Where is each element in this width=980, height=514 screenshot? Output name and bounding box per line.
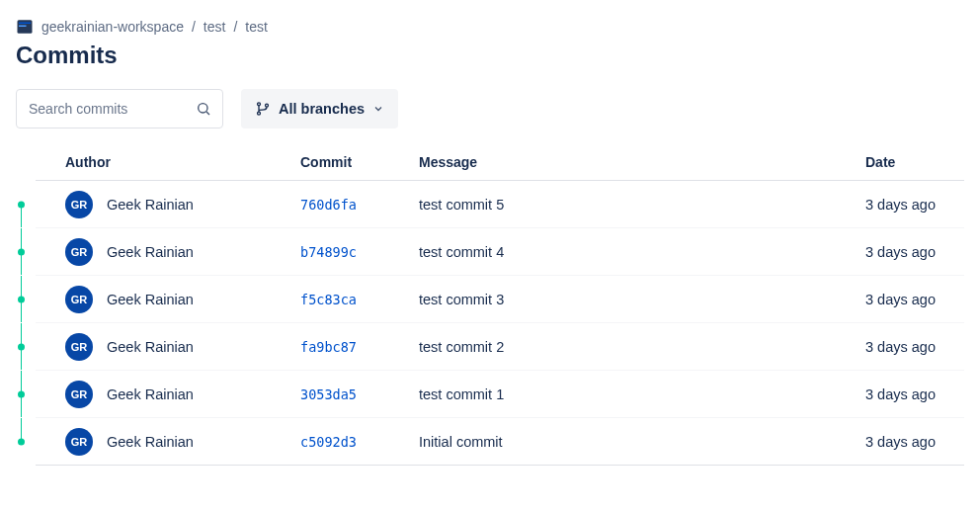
commit-date: 3 days ago bbox=[865, 197, 936, 213]
header-message: Message bbox=[419, 154, 865, 170]
cell-commit: 760d6fa bbox=[300, 197, 419, 213]
commit-message: test commit 3 bbox=[419, 292, 504, 307]
commit-date: 3 days ago bbox=[865, 292, 936, 307]
cell-commit: f5c83ca bbox=[300, 292, 419, 307]
author-name: Geek Rainian bbox=[107, 292, 194, 307]
commit-hash-link[interactable]: fa9bc87 bbox=[300, 339, 357, 355]
graph-line bbox=[21, 205, 22, 228]
search-wrap bbox=[16, 89, 223, 128]
commit-date: 3 days ago bbox=[865, 386, 936, 402]
controls-bar: All branches bbox=[16, 89, 964, 128]
cell-date: 3 days ago bbox=[865, 434, 964, 450]
graph-dot bbox=[18, 390, 25, 397]
table-row[interactable]: GRGeek Rainianf5c83catest commit 33 days… bbox=[36, 276, 964, 323]
workspace-icon bbox=[16, 18, 34, 36]
breadcrumb-sep: / bbox=[233, 19, 237, 35]
svg-rect-1 bbox=[19, 23, 31, 25]
chevron-down-icon bbox=[372, 103, 384, 115]
branch-selector-label: All branches bbox=[279, 101, 365, 117]
cell-message: test commit 4 bbox=[419, 244, 865, 260]
table-row[interactable]: GRGeek Rainian3053da5test commit 13 days… bbox=[36, 371, 964, 418]
commits-table: Author Commit Message Date GRGeek Rainia… bbox=[16, 154, 964, 466]
avatar[interactable]: GR bbox=[65, 286, 93, 313]
author-name: Geek Rainian bbox=[107, 339, 194, 355]
commit-message: test commit 2 bbox=[419, 339, 504, 355]
header-date: Date bbox=[865, 154, 964, 170]
cell-commit: c5092d3 bbox=[300, 434, 419, 450]
commit-message: test commit 4 bbox=[419, 244, 504, 260]
svg-point-6 bbox=[258, 112, 261, 115]
cell-author: GRGeek Rainian bbox=[36, 381, 300, 408]
cell-message: test commit 2 bbox=[419, 339, 865, 355]
avatar[interactable]: GR bbox=[65, 381, 93, 408]
svg-rect-2 bbox=[19, 26, 27, 28]
commit-hash-link[interactable]: f5c83ca bbox=[300, 292, 357, 307]
commit-hash-link[interactable]: 760d6fa bbox=[300, 197, 357, 213]
commit-message: Initial commit bbox=[419, 434, 503, 450]
table-row[interactable]: GRGeek Rainianc5092d3Initial commit3 day… bbox=[36, 418, 964, 466]
cell-author: GRGeek Rainian bbox=[36, 238, 300, 266]
breadcrumb-link-2[interactable]: test bbox=[245, 19, 268, 35]
breadcrumb-sep: / bbox=[192, 19, 196, 35]
author-name: Geek Rainian bbox=[107, 434, 194, 450]
graph-dot bbox=[18, 343, 25, 350]
cell-message: test commit 1 bbox=[419, 386, 865, 402]
page-title: Commits bbox=[16, 42, 964, 69]
cell-commit: b74899c bbox=[300, 244, 419, 260]
table-body: GRGeek Rainian760d6fatest commit 53 days… bbox=[36, 181, 964, 466]
cell-date: 3 days ago bbox=[865, 386, 964, 402]
table-row[interactable]: GRGeek Rainianfa9bc87test commit 23 days… bbox=[36, 323, 964, 371]
commit-message: test commit 1 bbox=[419, 386, 504, 402]
cell-message: test commit 3 bbox=[419, 292, 865, 307]
table-row[interactable]: GRGeek Rainianb74899ctest commit 43 days… bbox=[36, 228, 964, 276]
commit-date: 3 days ago bbox=[865, 434, 936, 450]
table-row[interactable]: GRGeek Rainian760d6fatest commit 53 days… bbox=[36, 181, 964, 228]
cell-author: GRGeek Rainian bbox=[36, 191, 300, 218]
header-commit: Commit bbox=[300, 154, 419, 170]
author-name: Geek Rainian bbox=[107, 386, 194, 402]
cell-message: Initial commit bbox=[419, 434, 865, 450]
commit-date: 3 days ago bbox=[865, 244, 936, 260]
avatar[interactable]: GR bbox=[65, 333, 93, 361]
commit-message: test commit 5 bbox=[419, 197, 504, 213]
cell-author: GRGeek Rainian bbox=[36, 428, 300, 456]
graph-dot bbox=[18, 248, 25, 255]
branch-icon bbox=[255, 101, 271, 117]
svg-point-5 bbox=[258, 103, 261, 106]
breadcrumb-link-0[interactable]: geekrainian-workspace bbox=[41, 19, 184, 35]
cell-date: 3 days ago bbox=[865, 244, 964, 260]
breadcrumb: geekrainian-workspace / test / test bbox=[16, 18, 964, 36]
avatar[interactable]: GR bbox=[65, 238, 93, 266]
svg-point-3 bbox=[199, 104, 207, 113]
cell-author: GRGeek Rainian bbox=[36, 286, 300, 313]
author-name: Geek Rainian bbox=[107, 197, 194, 213]
cell-date: 3 days ago bbox=[865, 197, 964, 213]
table-header-row: Author Commit Message Date bbox=[36, 154, 964, 181]
cell-commit: fa9bc87 bbox=[300, 339, 419, 355]
graph-dot bbox=[18, 296, 25, 302]
author-name: Geek Rainian bbox=[107, 244, 194, 260]
cell-date: 3 days ago bbox=[865, 339, 964, 355]
search-icon bbox=[196, 101, 211, 117]
svg-point-7 bbox=[266, 104, 269, 107]
avatar[interactable]: GR bbox=[65, 191, 93, 218]
avatar[interactable]: GR bbox=[65, 428, 93, 456]
commit-date: 3 days ago bbox=[865, 339, 936, 355]
cell-date: 3 days ago bbox=[865, 292, 964, 307]
search-button[interactable] bbox=[192, 97, 215, 121]
header-author: Author bbox=[36, 154, 300, 170]
branch-selector-button[interactable]: All branches bbox=[241, 89, 398, 128]
breadcrumb-link-1[interactable]: test bbox=[204, 19, 226, 35]
commit-hash-link[interactable]: b74899c bbox=[300, 244, 357, 260]
graph-dot bbox=[18, 201, 25, 208]
cell-author: GRGeek Rainian bbox=[36, 333, 300, 361]
graph-dot bbox=[18, 438, 25, 445]
cell-message: test commit 5 bbox=[419, 197, 865, 213]
svg-line-4 bbox=[206, 112, 209, 115]
commit-hash-link[interactable]: 3053da5 bbox=[300, 386, 357, 402]
commit-hash-link[interactable]: c5092d3 bbox=[300, 434, 357, 450]
cell-commit: 3053da5 bbox=[300, 386, 419, 402]
